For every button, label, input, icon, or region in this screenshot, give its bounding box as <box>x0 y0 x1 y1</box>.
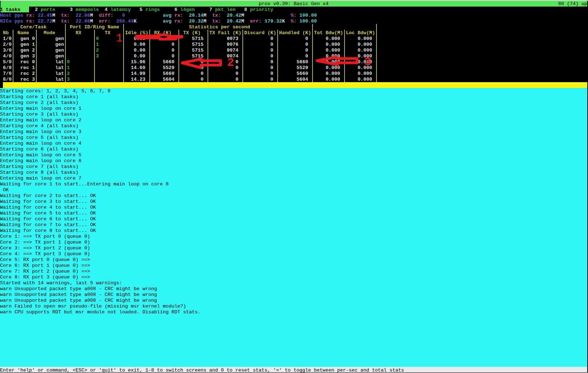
svg-text:1: 1 <box>116 32 123 45</box>
svg-text:2: 2 <box>227 56 234 69</box>
svg-text:3: 3 <box>364 55 371 69</box>
